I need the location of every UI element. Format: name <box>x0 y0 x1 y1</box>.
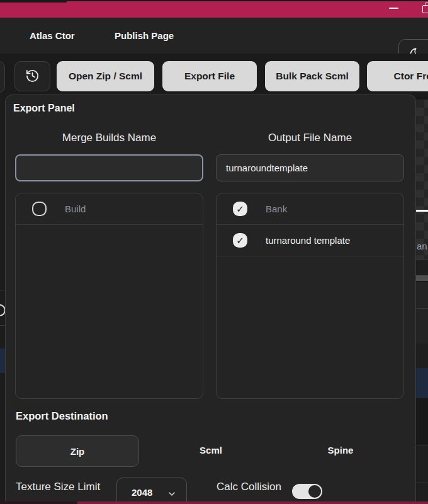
window-titlebar <box>0 0 428 18</box>
list-item-label: Bank <box>266 203 287 214</box>
texture-size-limit-label: Texture Size Limit <box>16 481 100 493</box>
merge-builds-name-input[interactable] <box>15 154 203 181</box>
list-item-turnaround-template[interactable]: ✓ turnaround template <box>217 225 403 256</box>
export-panel: Export Panel Merge Builds Name Output Fi… <box>5 94 416 504</box>
export-destination-title: Export Destination <box>16 410 108 422</box>
background-selected-row <box>0 348 5 373</box>
nav-item-atlas-ctor[interactable]: Atlas Ctor <box>30 18 75 54</box>
checkbox-unchecked[interactable] <box>32 202 47 216</box>
chevron-down-icon <box>167 489 177 501</box>
background-selected-row <box>416 368 428 398</box>
history-button[interactable] <box>14 61 50 91</box>
output-list: ✓ Bank ✓ turnaround template <box>216 193 404 399</box>
background-left-strip <box>0 94 5 504</box>
toolbar: Open Zip / Scml Export File Bulk Pack Sc… <box>0 54 428 94</box>
background-clipped-label: an <box>417 241 428 251</box>
nav-item-publish-page[interactable]: Publish Page <box>115 18 174 54</box>
texture-size-dropdown[interactable]: 2048 <box>116 478 187 504</box>
checkbox-checked[interactable]: ✓ <box>233 202 247 216</box>
bottom-accent-bar <box>0 501 428 504</box>
destination-option-zip[interactable]: Zip <box>16 435 139 467</box>
export-file-button[interactable]: Export File <box>162 61 257 91</box>
list-item-build[interactable]: Build <box>16 193 203 225</box>
background-white-line <box>416 210 428 212</box>
nav-bar: Atlas Ctor Publish Page <box>0 18 428 54</box>
toggle-knob <box>308 485 321 498</box>
list-item-label: turnaround template <box>266 235 350 246</box>
clipped-toolbar-button <box>0 61 5 93</box>
output-file-name-label: Output File Name <box>216 132 404 144</box>
destination-option-spine[interactable]: Spine <box>296 435 385 466</box>
texture-size-value: 2048 <box>132 487 152 498</box>
calc-collision-label: Calc Collision <box>217 481 281 493</box>
build-list: Build <box>15 193 203 399</box>
open-zip-scml-button[interactable]: Open Zip / Scml <box>57 61 154 91</box>
checkbox-checked[interactable]: ✓ <box>233 233 247 248</box>
calc-collision-toggle[interactable] <box>292 484 322 499</box>
panel-title: Export Panel <box>13 103 75 114</box>
background-right-strip: an <box>416 94 428 504</box>
minimize-icon[interactable] <box>389 8 398 9</box>
list-item-label: Build <box>65 203 86 214</box>
window-restore-icon[interactable] <box>422 5 428 13</box>
merge-builds-name-label: Merge Builds Name <box>15 132 203 144</box>
destination-option-scml[interactable]: Scml <box>167 435 255 466</box>
output-file-name-input[interactable] <box>216 154 404 181</box>
ctor-from-button[interactable]: Ctor From <box>367 61 428 91</box>
bulk-pack-scml-button[interactable]: Bulk Pack Scml <box>265 61 359 91</box>
list-item-bank[interactable]: ✓ Bank <box>217 193 403 225</box>
transparency-checker <box>416 100 428 260</box>
